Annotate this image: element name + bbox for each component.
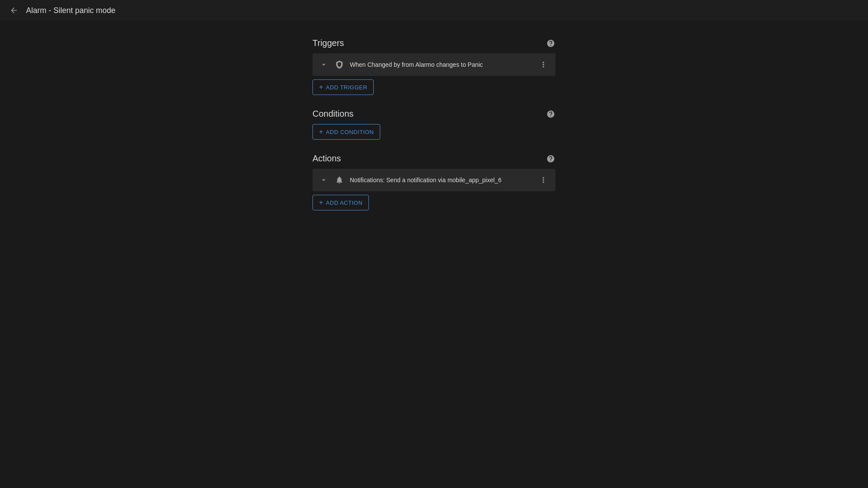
main-content: Triggers When Changed by from Alarmo cha… <box>156 21 712 242</box>
triggers-help-icon[interactable] <box>546 39 556 48</box>
conditions-title: Conditions <box>312 109 354 119</box>
add-condition-label: ADD CONDITION <box>326 129 374 135</box>
back-button[interactable] <box>7 3 21 17</box>
action-chevron-icon[interactable] <box>318 174 330 186</box>
add-action-button[interactable]: + ADD ACTION <box>312 195 369 210</box>
trigger-item: When Changed by from Alarmo changes to P… <box>312 53 556 76</box>
notification-icon <box>333 174 345 186</box>
plus-icon-action: + <box>319 199 323 206</box>
app-header: Alarm - Silent panic mode <box>0 0 868 21</box>
triggers-header: Triggers <box>312 38 556 48</box>
actions-header: Actions <box>312 154 556 164</box>
actions-help-icon[interactable] <box>546 154 556 164</box>
conditions-section: Conditions + ADD CONDITION <box>312 109 556 140</box>
plus-icon: + <box>319 83 323 91</box>
actions-title: Actions <box>312 154 341 164</box>
add-trigger-button[interactable]: + ADD TRIGGER <box>312 79 374 95</box>
add-trigger-label: ADD TRIGGER <box>326 84 368 91</box>
action-more-button[interactable] <box>536 173 550 187</box>
action-item: Notifications: Send a notification via m… <box>312 169 556 191</box>
conditions-header: Conditions <box>312 109 556 119</box>
action-label: Notifications: Send a notification via m… <box>350 177 536 183</box>
conditions-help-icon[interactable] <box>546 109 556 119</box>
trigger-more-button[interactable] <box>536 58 550 72</box>
trigger-label: When Changed by from Alarmo changes to P… <box>350 61 536 68</box>
add-action-label: ADD ACTION <box>326 200 362 206</box>
triggers-section: Triggers When Changed by from Alarmo cha… <box>312 38 556 95</box>
page-title: Alarm - Silent panic mode <box>26 6 115 15</box>
trigger-chevron-icon[interactable] <box>318 59 330 71</box>
triggers-title: Triggers <box>312 38 344 48</box>
plus-icon-condition: + <box>319 128 323 136</box>
actions-section: Actions Notifications: Send a notificati… <box>312 154 556 210</box>
alarm-icon <box>333 59 345 71</box>
add-condition-button[interactable]: + ADD CONDITION <box>312 124 380 140</box>
